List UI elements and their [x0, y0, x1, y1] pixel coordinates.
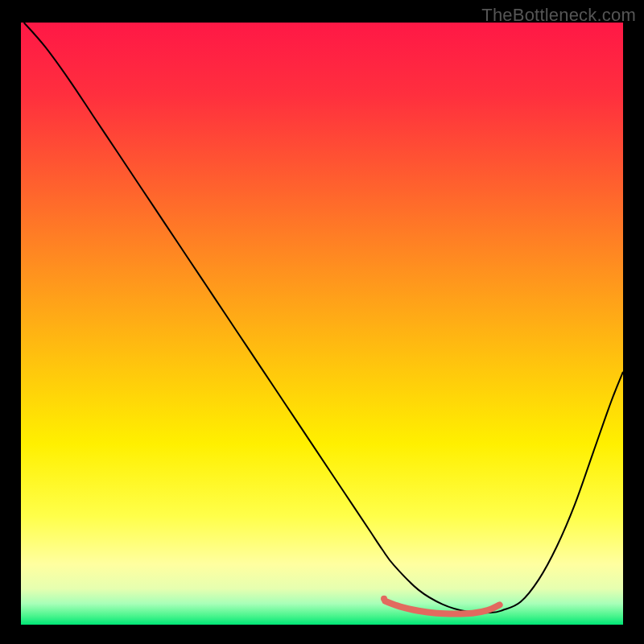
marker-left-end-dot — [381, 596, 387, 602]
watermark-text: TheBottleneck.com — [481, 5, 636, 26]
chart-stage: TheBottleneck.com — [0, 0, 644, 644]
marker-layer — [381, 596, 387, 602]
plot-frame — [21, 23, 623, 625]
plot-svg — [21, 23, 623, 625]
gradient-background — [21, 23, 623, 625]
